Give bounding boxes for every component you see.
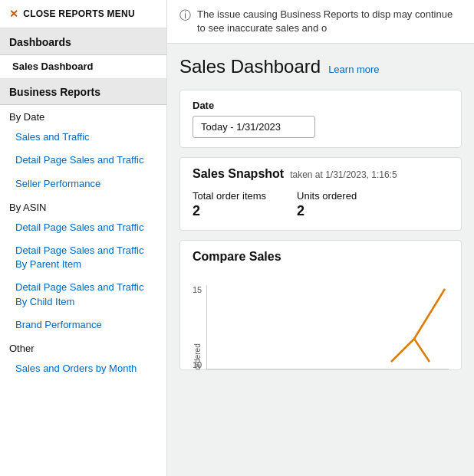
other-label: Other [0, 336, 166, 357]
snapshot-header: Sales Snapshot taken at 1/31/2023, 1:16:… [193, 167, 449, 181]
compare-sales-card: Compare Sales 15 10 ordered [179, 240, 462, 370]
close-menu-button[interactable]: ✕ CLOSE REPORTS MENU [0, 0, 166, 28]
snapshot-title: Sales Snapshot [193, 167, 284, 181]
sidebar-item-sales-traffic[interactable]: Sales and Traffic [0, 126, 166, 149]
business-reports-section[interactable]: Business Reports [0, 78, 166, 105]
sidebar-item-asin-detail-parent[interactable]: Detail Page Sales and Traffic By Parent … [0, 239, 166, 276]
sidebar-item-seller-performance[interactable]: Seller Performance [0, 172, 166, 195]
notice-text: The issue causing Business Reports to di… [197, 8, 462, 35]
metric-total-label: Total order items [193, 190, 266, 202]
snapshot-time: taken at 1/31/2023, 1:16:5 [290, 169, 397, 180]
chart-plot: ordered [206, 285, 449, 369]
y-label-15: 15 [193, 285, 202, 294]
metric-units-label: Units ordered [297, 190, 357, 202]
sidebar-item-sales-dashboard[interactable]: Sales Dashboard [0, 55, 166, 78]
close-icon: ✕ [9, 8, 18, 20]
sidebar-item-asin-detail-child[interactable]: Detail Page Sales and Traffic By Child I… [0, 276, 166, 313]
chart-svg [207, 285, 449, 369]
chart-area: 15 10 ordered [193, 270, 449, 369]
by-asin-label: By ASIN [0, 195, 166, 216]
dashboards-section[interactable]: Dashboards [0, 28, 166, 55]
date-value[interactable]: Today - 1/31/2023 [193, 116, 315, 138]
metric-units-ordered: Units ordered 2 [297, 190, 357, 219]
notice-bar: ⓘ The issue causing Business Reports to … [167, 0, 474, 44]
info-icon: ⓘ [179, 8, 191, 23]
snapshot-metrics: Total order items 2 Units ordered 2 [193, 190, 449, 219]
date-label: Date [193, 100, 449, 111]
date-card: Date Today - 1/31/2023 [179, 90, 462, 148]
main-content-area: ⓘ The issue causing Business Reports to … [167, 0, 474, 476]
sidebar-item-brand-performance[interactable]: Brand Performance [0, 314, 166, 336]
by-date-label: By Date [0, 105, 166, 126]
y-axis-label: ordered [193, 344, 202, 370]
metric-total-value: 2 [193, 203, 266, 219]
metric-total-order-items: Total order items 2 [193, 190, 266, 219]
close-menu-label: CLOSE REPORTS MENU [23, 8, 135, 19]
sidebar-item-asin-detail-sales-traffic[interactable]: Detail Page Sales and Traffic [0, 216, 166, 239]
sidebar: ✕ CLOSE REPORTS MENU Dashboards Sales Da… [0, 0, 167, 476]
metric-units-value: 2 [297, 203, 357, 219]
main-body: Sales Dashboard Learn more Date Today - … [167, 44, 474, 476]
page-title: Sales Dashboard [179, 56, 321, 77]
page-title-row: Sales Dashboard Learn more [179, 56, 462, 77]
learn-more-link[interactable]: Learn more [328, 64, 379, 75]
snapshot-card: Sales Snapshot taken at 1/31/2023, 1:16:… [179, 157, 462, 231]
sidebar-item-sales-orders-month[interactable]: Sales and Orders by Month [0, 357, 166, 380]
sidebar-item-detail-page-sales-traffic[interactable]: Detail Page Sales and Traffic [0, 149, 166, 172]
compare-title: Compare Sales [193, 250, 449, 264]
